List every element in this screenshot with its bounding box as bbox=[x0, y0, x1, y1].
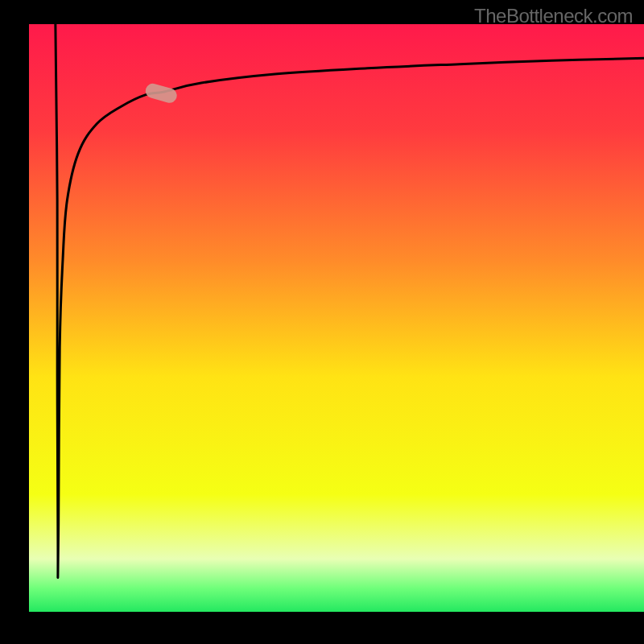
x-axis bbox=[0, 612, 644, 644]
chart-svg bbox=[0, 0, 644, 644]
y-axis bbox=[0, 0, 29, 644]
plot-background bbox=[29, 24, 644, 612]
bottleneck-chart: TheBottleneck.com bbox=[0, 0, 644, 644]
attribution-label: TheBottleneck.com bbox=[474, 5, 633, 27]
